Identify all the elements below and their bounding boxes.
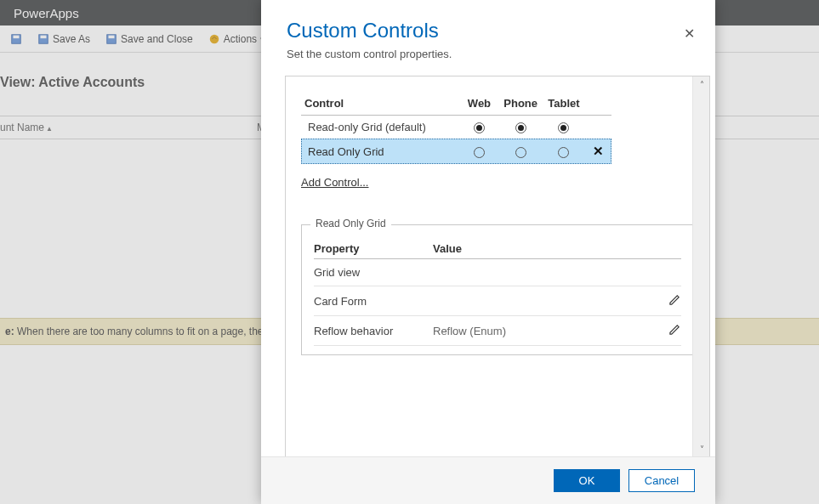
ok-button[interactable]: OK: [554, 469, 620, 492]
dialog-subtitle: Set the custom control properties.: [287, 48, 691, 60]
radio-web-selected[interactable]: [474, 147, 485, 158]
add-control-link[interactable]: Add Control...: [301, 176, 369, 189]
scroll-down-icon[interactable]: ˅: [693, 441, 710, 456]
dialog-title: Custom Controls: [287, 19, 691, 42]
controls-table: Control Web Phone Tablet Read-only Grid …: [301, 92, 611, 164]
scrollbar[interactable]: ˄ ˅: [692, 76, 709, 456]
control-name-selected: Read Only Grid: [301, 139, 460, 164]
prop-name-cardform: Card Form: [314, 295, 433, 308]
dialog-body: Control Web Phone Tablet Read-only Grid …: [285, 76, 710, 456]
control-row-selected[interactable]: Read Only Grid ✕: [301, 139, 611, 164]
col-phone: Phone: [498, 92, 543, 116]
control-properties-fieldset: Read Only Grid Property Value Grid view …: [301, 224, 694, 355]
radio-tablet-selected[interactable]: [558, 147, 569, 158]
radio-tablet-default[interactable]: [558, 122, 569, 133]
prop-val-reflow: Reflow (Enum): [433, 325, 661, 337]
prop-head-property: Property: [314, 242, 433, 255]
radio-phone-default[interactable]: [515, 122, 526, 133]
prop-row-reflow[interactable]: Reflow behavior Reflow (Enum): [314, 316, 681, 346]
prop-name-gridview: Grid view: [314, 266, 433, 279]
prop-name-reflow: Reflow behavior: [314, 325, 433, 337]
col-control: Control: [301, 92, 460, 116]
control-name-default: Read-only Grid (default): [301, 116, 460, 139]
dialog-header: Custom Controls Set the custom control p…: [261, 0, 715, 67]
properties-header: Property Value: [314, 239, 681, 259]
prop-row-cardform[interactable]: Card Form: [314, 286, 681, 316]
prop-head-value: Value: [433, 242, 462, 255]
edit-icon[interactable]: [668, 323, 681, 336]
col-web: Web: [460, 92, 499, 116]
remove-control-icon[interactable]: ✕: [593, 144, 604, 158]
col-actions: [585, 92, 611, 116]
close-icon[interactable]: ✕: [684, 25, 695, 42]
prop-row-gridview[interactable]: Grid view: [314, 259, 681, 286]
radio-phone-selected[interactable]: [515, 147, 526, 158]
col-tablet: Tablet: [543, 92, 585, 116]
fieldset-legend: Read Only Grid: [310, 218, 391, 229]
custom-controls-dialog: Custom Controls Set the custom control p…: [261, 0, 715, 504]
control-row-default[interactable]: Read-only Grid (default): [301, 116, 611, 139]
edit-icon[interactable]: [668, 293, 681, 306]
dialog-footer: OK Cancel: [261, 456, 715, 504]
radio-web-default[interactable]: [474, 122, 485, 133]
cancel-button[interactable]: Cancel: [628, 469, 695, 492]
scroll-up-icon[interactable]: ˄: [693, 76, 710, 92]
